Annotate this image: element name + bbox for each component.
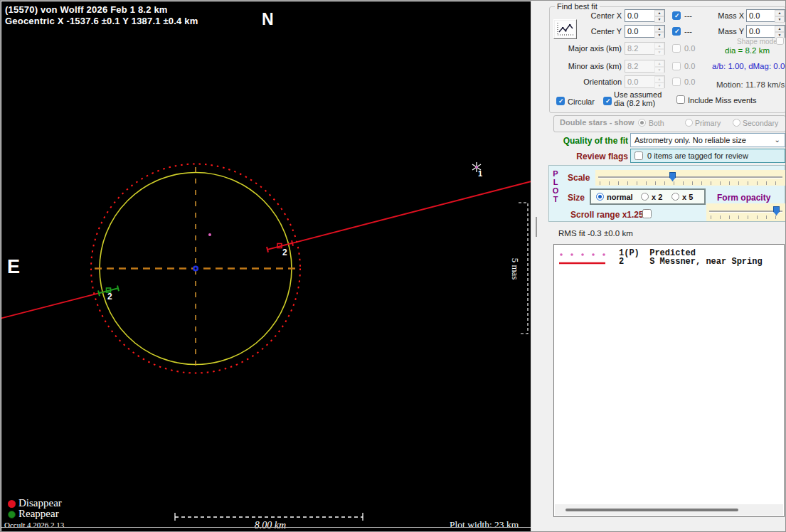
- horizontal-scrollbar[interactable]: [555, 504, 783, 516]
- predicted-dotted-swatch: [558, 249, 619, 257]
- minor-axis-checkbox: [672, 62, 681, 70]
- center-x-input[interactable]: 0.0▲▼: [625, 9, 665, 22]
- mass-x-input[interactable]: 0.0▲▼: [746, 9, 785, 22]
- circular-label: Circular: [568, 97, 595, 106]
- mass-y-input[interactable]: 0.0▲▼: [746, 25, 785, 38]
- shape-model-checkbox[interactable]: [776, 37, 784, 45]
- center-x-checkbox[interactable]: [672, 11, 681, 20]
- include-miss-events-label: Include Miss events: [688, 96, 757, 105]
- use-assumed-label-line2: dia (8.2 km): [614, 99, 655, 107]
- double-stars-secondary-label: Secondary: [743, 119, 778, 127]
- orientation-sigma: 0.0: [684, 78, 695, 86]
- review-flags-field: 0 items are tagged for review: [630, 149, 785, 163]
- center-y-input[interactable]: 0.0▲▼: [625, 25, 665, 38]
- chord-red-swatch: [558, 257, 619, 266]
- spin-up-icon[interactable]: ▲: [775, 26, 785, 32]
- plot-title: (15570) von Wolff 2026 Feb 1 8.2 km: [5, 4, 168, 15]
- quality-of-fit-value: Astrometry only. No reliable size: [634, 136, 746, 144]
- center-y-checkbox[interactable]: [672, 27, 681, 36]
- minor-axis-label: Minor axis (km): [565, 62, 622, 70]
- star-marker-label: 1: [478, 169, 482, 178]
- plot-letter-o: O: [552, 186, 559, 195]
- occult-fit-window: (15570) von Wolff 2026 Feb 1 8.2 km Geoc…: [0, 0, 786, 532]
- plot-letter-l: L: [552, 178, 559, 186]
- center-x-label: Center X: [566, 11, 622, 20]
- center-x-flag: ---: [684, 11, 692, 20]
- center-y-label: Center Y: [566, 27, 622, 36]
- quality-of-fit-dropdown[interactable]: Astrometry only. No reliable size ⌄: [630, 133, 785, 147]
- size-x2-label: x 2: [652, 193, 662, 201]
- review-flags-checkbox[interactable]: [634, 151, 643, 160]
- diameter-readout: dia = 8.2 km: [725, 46, 770, 55]
- size-label: Size: [568, 193, 585, 203]
- major-axis-checkbox: [672, 44, 681, 53]
- form-opacity-label: Form opacity: [717, 193, 770, 203]
- list-item[interactable]: 2 S Messner, near Spring: [558, 257, 763, 266]
- axis-ratio-readout: a/b: 1.00, dMag: 0.00: [712, 62, 786, 70]
- use-assumed-label-line1: Use assumed: [614, 90, 662, 99]
- plot-letter-p: P: [552, 169, 559, 178]
- spin-up-icon[interactable]: ▲: [654, 26, 664, 32]
- disappear-legend-dot: [8, 500, 16, 508]
- spin-up-icon[interactable]: ▲: [654, 10, 664, 16]
- reappear-legend-label: Reappear: [18, 508, 59, 520]
- motion-readout: Motion: 11.78 km/s: [716, 80, 785, 89]
- size-x5-label: x 5: [682, 193, 693, 201]
- scale-slider[interactable]: [595, 170, 785, 186]
- double-stars-primary-label: Primary: [695, 119, 721, 127]
- observations-list[interactable]: 1(P) Predicted 2 S Messner, near Spring: [553, 244, 785, 517]
- major-axis-input: 8.2▲▼: [625, 42, 665, 55]
- double-stars-primary-radio[interactable]: [685, 119, 693, 127]
- size-normal-radio[interactable]: [596, 193, 604, 201]
- review-flags-label: Review flags: [554, 151, 628, 161]
- include-miss-events-checkbox[interactable]: [676, 95, 685, 104]
- occultation-plot: [1, 1, 531, 532]
- predicted-point: [208, 233, 211, 236]
- reappear-legend-dot: [8, 511, 16, 518]
- reappear-marker-label: 2: [107, 292, 112, 302]
- major-axis-sigma: 0.0: [684, 44, 695, 53]
- chord-line-right: [292, 181, 531, 243]
- shape-model-label: Shape model: [737, 38, 779, 46]
- use-assumed-dia-checkbox[interactable]: [603, 97, 612, 105]
- double-stars-both-label: Both: [649, 119, 664, 127]
- mass-x-label: Mass X: [714, 11, 744, 20]
- size-normal-label: normal: [607, 193, 633, 201]
- scroll-range-label: Scroll range x1.25: [570, 210, 644, 220]
- mas-scale-label: 5 mas: [509, 254, 521, 284]
- size-radio-group: normal x 2 x 5: [590, 188, 706, 205]
- double-stars-title: Double stars - show: [560, 118, 634, 127]
- form-opacity-slider[interactable]: [706, 203, 785, 221]
- find-best-fit-title: Find best fit: [555, 2, 600, 11]
- size-x2-radio[interactable]: [641, 193, 649, 201]
- scroll-range-checkbox[interactable]: [642, 209, 652, 218]
- circular-checkbox[interactable]: [556, 97, 565, 105]
- spin-down-icon[interactable]: ▼: [775, 16, 785, 23]
- quality-of-fit-label: Quality of the fit: [554, 136, 628, 146]
- double-stars-both-radio[interactable]: [638, 119, 646, 127]
- orientation-label: Orientation: [565, 78, 622, 86]
- plot-width-label: Plot width: 23 km: [450, 519, 519, 531]
- scrollbar-thumb[interactable]: [565, 509, 738, 511]
- review-flags-status: 0 items are tagged for review: [647, 151, 748, 160]
- occultation-plot-area[interactable]: (15570) von Wolff 2026 Feb 1 8.2 km Geoc…: [1, 1, 531, 532]
- east-label: E: [7, 256, 20, 278]
- scale-slider-thumb[interactable]: [669, 172, 676, 181]
- orientation-input: 0.0▲▼: [625, 75, 665, 88]
- orientation-checkbox: [672, 78, 681, 86]
- spin-up-icon[interactable]: ▲: [775, 10, 785, 16]
- minor-axis-input: 8.2▲▼: [625, 60, 665, 73]
- plot-geocentric-coords: Geocentric X -1537.6 ±0.1 Y 1387.1 ±0.4 …: [5, 16, 198, 26]
- center-y-flag: ---: [684, 27, 692, 36]
- double-stars-secondary-radio[interactable]: [733, 119, 740, 127]
- chord-line-left: [1, 292, 105, 319]
- spin-down-icon[interactable]: ▼: [654, 16, 664, 23]
- spin-down-icon[interactable]: ▼: [654, 32, 664, 38]
- size-x5-radio[interactable]: [671, 193, 679, 201]
- form-opacity-slider-thumb[interactable]: [773, 206, 780, 216]
- splitter-handle[interactable]: [536, 217, 537, 237]
- plot-letter-t: T: [552, 195, 559, 203]
- north-label: N: [262, 10, 274, 29]
- app-version: Occult 4.2026.2.13: [4, 521, 64, 529]
- scale-label: Scale: [568, 173, 590, 183]
